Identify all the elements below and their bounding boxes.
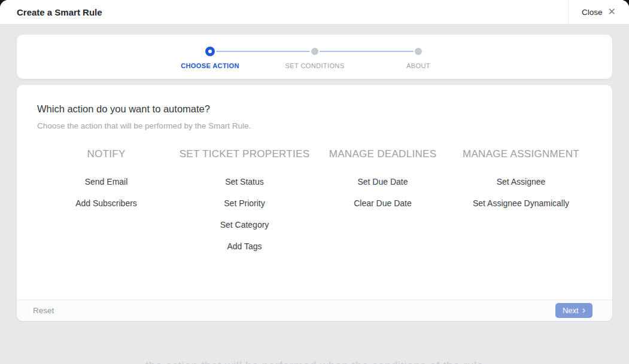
action-item[interactable]: Set Due Date — [314, 171, 452, 192]
action-group-manage-assignment: MANAGE ASSIGNMENT Set AssigneeSet Assign… — [452, 147, 590, 257]
create-smart-rule-modal: Create a Smart Rule Close ✕ CHOOSE ACTIO… — [0, 0, 629, 364]
step-dot[interactable] — [311, 48, 318, 55]
stepper-card: CHOOSE ACTION SET CONDITIONS ABOUT — [17, 35, 612, 79]
page-subtitle: Choose the action that will be performed… — [37, 121, 592, 131]
action-item[interactable]: Clear Due Date — [314, 192, 452, 214]
modal-header: Create a Smart Rule Close ✕ — [0, 0, 629, 25]
group-items: Set Due DateClear Due Date — [314, 171, 452, 214]
action-item[interactable]: Set Category — [175, 214, 314, 235]
wizard-stepper: CHOOSE ACTION SET CONDITIONS ABOUT — [17, 35, 612, 79]
group-title: MANAGE DEADLINES — [314, 147, 452, 161]
next-button[interactable]: Next › — [555, 303, 592, 318]
close-button-label: Close — [582, 8, 603, 17]
action-groups: NOTIFY Send EmailAdd Subscribers SET TIC… — [37, 147, 592, 257]
next-button-label: Next — [563, 306, 579, 315]
chevron-right-icon: › — [582, 305, 585, 315]
group-items: Set StatusSet PrioritySet CategoryAdd Ta… — [175, 171, 314, 257]
stepper-connector — [320, 51, 414, 52]
close-icon: ✕ — [608, 7, 616, 17]
step-label-about[interactable]: ABOUT — [406, 62, 430, 69]
action-group-manage-deadlines: MANAGE DEADLINES Set Due DateClear Due D… — [314, 147, 452, 257]
step-label-set-conditions[interactable]: SET CONDITIONS — [285, 62, 345, 69]
modal-title: Create a Smart Rule — [17, 7, 102, 17]
action-item[interactable]: Send Email — [37, 171, 175, 192]
group-title: MANAGE ASSIGNMENT — [452, 147, 590, 161]
action-item[interactable]: Set Priority — [175, 192, 314, 214]
action-item[interactable]: Set Assignee — [452, 171, 590, 192]
reset-button[interactable]: Reset — [33, 306, 54, 315]
action-item[interactable]: Add Subscribers — [37, 192, 175, 214]
stepper-connector — [216, 51, 310, 52]
close-button[interactable]: Close ✕ — [569, 0, 629, 24]
step-dot-active[interactable] — [205, 47, 215, 56]
clipped-background-text: the action that will be performed when t… — [0, 359, 629, 364]
group-title: NOTIFY — [37, 147, 175, 161]
step-dot[interactable] — [415, 48, 422, 55]
action-item[interactable]: Set Status — [175, 171, 314, 192]
action-group-set-ticket-properties: SET TICKET PROPERTIES Set StatusSet Prio… — [175, 147, 314, 257]
page-title: Which action do you want to automate? — [37, 103, 592, 115]
action-item[interactable]: Add Tags — [175, 235, 314, 257]
step-label-choose-action[interactable]: CHOOSE ACTION — [181, 62, 239, 69]
group-items: Send EmailAdd Subscribers — [37, 171, 175, 214]
group-title: SET TICKET PROPERTIES — [175, 147, 314, 161]
main-content: Which action do you want to automate? Ch… — [17, 85, 612, 299]
main-card: Which action do you want to automate? Ch… — [17, 85, 612, 321]
action-group-notify: NOTIFY Send EmailAdd Subscribers — [37, 147, 175, 257]
group-items: Set AssigneeSet Assignee Dynamically — [452, 171, 590, 214]
action-item[interactable]: Set Assignee Dynamically — [452, 192, 590, 214]
modal-footer: Reset Next › — [17, 299, 612, 321]
